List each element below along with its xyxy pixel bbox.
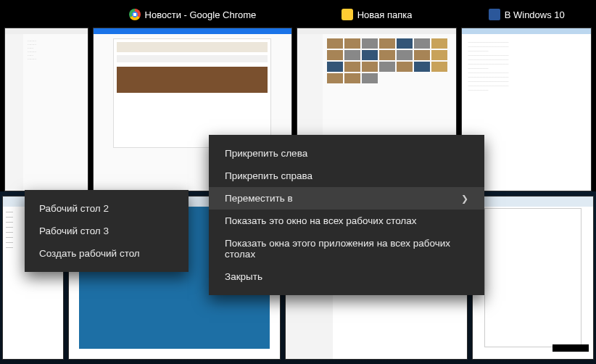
ctx-snap-right[interactable]: Прикрепить справа xyxy=(209,165,484,187)
ctx-item-label: Переместить в xyxy=(225,193,293,204)
sub-item-label: Создать рабочий стол xyxy=(39,248,140,259)
move-to-submenu: Рабочий стол 2 Рабочий стол 3 Создать ра… xyxy=(25,190,189,272)
ctx-item-label: Показать это окно на всех рабочих столах xyxy=(225,215,417,226)
chevron-right-icon: ❯ xyxy=(461,194,468,204)
window-title-label: В Windows 10 xyxy=(505,9,565,20)
chrome-icon xyxy=(129,9,141,20)
window-thumb[interactable] xyxy=(472,196,594,360)
ctx-show-app-all-desktops[interactable]: Показать окна этого приложения на всех р… xyxy=(209,232,484,265)
word-icon xyxy=(489,9,500,20)
sub-desktop-2[interactable]: Рабочий стол 2 xyxy=(25,197,189,220)
folder-icon xyxy=(342,9,353,20)
window-title: Новости - Google Chrome xyxy=(93,9,292,20)
ctx-item-label: Показать окна этого приложения на всех р… xyxy=(225,238,468,260)
ctx-show-window-all-desktops[interactable]: Показать это окно на всех рабочих столах xyxy=(209,210,484,232)
ctx-item-label: Закрыть xyxy=(225,271,262,282)
ctx-snap-left[interactable]: Прикрепить слева xyxy=(209,142,484,165)
window-title-label: Новости - Google Chrome xyxy=(145,9,257,20)
window-title: Новая папка xyxy=(297,9,458,20)
window-context-menu: Прикрепить слева Прикрепить справа Перем… xyxy=(209,135,484,295)
window-thumb[interactable]: ………………………………………… xyxy=(4,28,88,191)
sub-item-label: Рабочий стол 2 xyxy=(39,203,109,214)
ctx-close[interactable]: Закрыть xyxy=(209,265,484,288)
ctx-item-label: Прикрепить справа xyxy=(225,170,313,181)
ctx-move-to[interactable]: Переместить в ❯ xyxy=(209,187,484,210)
window-title: В Windows 10 xyxy=(461,9,592,20)
sub-new-desktop[interactable]: Создать рабочий стол xyxy=(25,242,189,265)
ctx-item-label: Прикрепить слева xyxy=(225,148,307,159)
sub-desktop-3[interactable]: Рабочий стол 3 xyxy=(25,220,189,242)
sub-item-label: Рабочий стол 3 xyxy=(39,226,109,236)
window-title-label: Новая папка xyxy=(357,9,413,20)
